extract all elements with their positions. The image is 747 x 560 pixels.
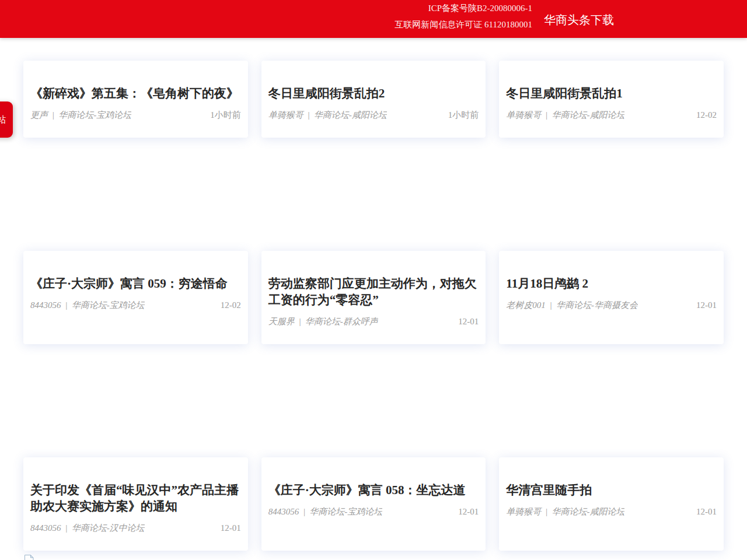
article-card[interactable]: 冬日里咸阳街景乱拍2 单骑猴哥|华商论坛-咸阳论坛 1小时前	[261, 61, 486, 138]
article-byline: 单骑猴哥|华商论坛-咸阳论坛	[506, 505, 624, 518]
meta-separator: |	[545, 507, 547, 516]
icp-info: ICP备案号陕B2-20080006-1 互联网新闻信息许可证 61120180…	[395, 0, 532, 33]
forum-name: 华商论坛-咸阳论坛	[551, 110, 624, 120]
article-byline: 更声|华商论坛-宝鸡论坛	[30, 108, 131, 121]
timestamp: 12-01	[458, 505, 479, 518]
article-meta: 8443056|华商论坛-宝鸡论坛 12-02	[30, 299, 241, 312]
timestamp: 12-01	[221, 522, 241, 534]
article-title[interactable]: 《新碎戏》第五集：《皂角树下的夜》	[30, 85, 241, 102]
article-meta: 单骑猴哥|华商论坛-咸阳论坛 12-02	[506, 108, 717, 121]
app-download-link[interactable]: 华商头条下载	[544, 12, 614, 28]
article-byline: 8443056|华商论坛-宝鸡论坛	[268, 505, 383, 518]
timestamp: 12-01	[458, 315, 479, 328]
meta-separator: |	[65, 523, 68, 533]
article-card[interactable]: 《新碎戏》第五集：《皂角树下的夜》 更声|华商论坛-宝鸡论坛 1小时前	[23, 61, 248, 138]
meta-separator: |	[308, 110, 310, 120]
forum-name: 华商论坛-汉中论坛	[72, 523, 145, 533]
article-byline: 8443056|华商论坛-宝鸡论坛	[30, 299, 145, 312]
site-header: ICP备案号陕B2-20080006-1 互联网新闻信息许可证 61120180…	[0, 0, 747, 38]
article-meta: 老树皮001|华商论坛-华商摄友会 12-01	[506, 299, 717, 312]
author-name: 8443056	[268, 507, 299, 516]
meta-separator: |	[299, 317, 301, 326]
icp-line1: ICP备案号陕B2-20080006-1	[395, 0, 532, 16]
forum-name: 华商论坛-宝鸡论坛	[72, 300, 145, 310]
article-meta: 更声|华商论坛-宝鸡论坛 1小时前	[30, 108, 241, 121]
article-title[interactable]: 冬日里咸阳街景乱拍2	[268, 85, 479, 102]
article-byline: 单骑猴哥|华商论坛-咸阳论坛	[268, 108, 387, 121]
timestamp: 12-01	[696, 299, 717, 312]
forum-name: 华商论坛-咸阳论坛	[314, 110, 387, 120]
timestamp: 12-02	[221, 299, 241, 312]
icp-line2: 互联网新闻信息许可证 61120180001	[395, 16, 532, 33]
article-byline: 单骑猴哥|华商论坛-咸阳论坛	[506, 108, 624, 121]
article-card[interactable]: 《庄子·大宗师》寓言 059：穷途悟命 8443056|华商论坛-宝鸡论坛 12…	[23, 251, 248, 344]
side-tab-label: 站	[0, 114, 6, 125]
article-title[interactable]: 关于印发《首届“味见汉中”农产品主播助农大赛实施方案》的通知	[30, 482, 241, 514]
timestamp: 12-01	[696, 505, 717, 518]
article-card[interactable]: 劳动监察部门应更加主动作为，对拖欠工资的行为“零容忍” 天服界|华商论坛-群众呼…	[261, 251, 486, 344]
article-title[interactable]: 11月18日鸬鹚 2	[506, 275, 717, 292]
forum-name: 华商论坛-华商摄友会	[556, 300, 638, 310]
author-name: 天服界	[268, 317, 295, 326]
article-title[interactable]: 华清宫里随手拍	[506, 482, 717, 498]
broken-image-icon	[23, 554, 35, 560]
author-name: 8443056	[30, 523, 61, 533]
meta-separator: |	[52, 110, 54, 120]
timestamp: 12-02	[696, 108, 717, 121]
timestamp: 1小时前	[210, 108, 241, 121]
article-title[interactable]: 《庄子·大宗师》寓言 059：穷途悟命	[30, 275, 241, 292]
article-meta: 天服界|华商论坛-群众呼声 12-01	[268, 315, 479, 328]
feed-grid: 《新碎戏》第五集：《皂角树下的夜》 更声|华商论坛-宝鸡论坛 1小时前 冬日里咸…	[23, 61, 724, 551]
forum-name: 华商论坛-宝鸡论坛	[58, 110, 131, 120]
article-meta: 单骑猴哥|华商论坛-咸阳论坛 1小时前	[268, 108, 479, 121]
article-meta: 8443056|华商论坛-汉中论坛 12-01	[30, 522, 241, 534]
article-title[interactable]: 《庄子·大宗师》寓言 058：坐忘达道	[268, 482, 479, 498]
article-card[interactable]: 冬日里咸阳街景乱拍1 单骑猴哥|华商论坛-咸阳论坛 12-02	[499, 61, 724, 138]
author-name: 更声	[30, 110, 48, 120]
article-meta: 单骑猴哥|华商论坛-咸阳论坛 12-01	[506, 505, 717, 518]
article-card[interactable]: 华清宫里随手拍 单骑猴哥|华商论坛-咸阳论坛 12-01	[499, 457, 724, 551]
article-byline: 8443056|华商论坛-汉中论坛	[30, 522, 145, 534]
article-byline: 老树皮001|华商论坛-华商摄友会	[506, 299, 638, 312]
article-meta: 8443056|华商论坛-宝鸡论坛 12-01	[268, 505, 479, 518]
forum-name: 华商论坛-咸阳论坛	[551, 507, 624, 516]
article-card[interactable]: 关于印发《首届“味见汉中”农产品主播助农大赛实施方案》的通知 8443056|华…	[23, 457, 248, 551]
page: ICP备案号陕B2-20080006-1 互联网新闻信息许可证 61120180…	[0, 0, 747, 560]
article-card[interactable]: 11月18日鸬鹚 2 老树皮001|华商论坛-华商摄友会 12-01	[499, 251, 724, 344]
forum-name: 华商论坛-宝鸡论坛	[309, 507, 382, 516]
author-name: 单骑猴哥	[506, 110, 541, 120]
author-name: 单骑猴哥	[506, 507, 541, 516]
meta-separator: |	[303, 507, 305, 516]
forum-name: 华商论坛-群众呼声	[305, 317, 378, 326]
article-title[interactable]: 冬日里咸阳街景乱拍1	[506, 85, 717, 102]
article-byline: 天服界|华商论坛-群众呼声	[268, 315, 378, 328]
meta-separator: |	[65, 300, 68, 310]
timestamp: 1小时前	[448, 108, 479, 121]
author-name: 8443056	[30, 300, 61, 310]
author-name: 单骑猴哥	[268, 110, 303, 120]
meta-separator: |	[550, 300, 552, 310]
article-card[interactable]: 《庄子·大宗师》寓言 058：坐忘达道 8443056|华商论坛-宝鸡论坛 12…	[261, 457, 486, 551]
meta-separator: |	[545, 110, 547, 120]
article-title[interactable]: 劳动监察部门应更加主动作为，对拖欠工资的行为“零容忍”	[268, 275, 479, 308]
author-name: 老树皮001	[506, 300, 546, 310]
side-tab-button[interactable]: 站	[0, 102, 13, 138]
